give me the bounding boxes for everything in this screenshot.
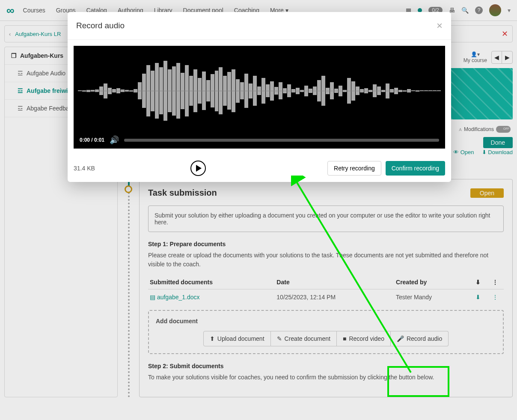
- confirm-recording-button[interactable]: Confirm recording: [386, 161, 445, 176]
- retry-recording-button[interactable]: Retry recording: [327, 161, 381, 176]
- record-audio-modal: Record audio × 0:00 / 0:01 🔊 31.4 KB Ret…: [68, 12, 451, 182]
- play-icon: [196, 165, 202, 172]
- file-size: 31.4 KB: [74, 165, 95, 172]
- modal-title: Record audio: [76, 21, 125, 30]
- volume-icon[interactable]: 🔊: [110, 135, 119, 145]
- audio-progress-bar[interactable]: [124, 139, 439, 142]
- modal-close-icon[interactable]: ×: [437, 20, 443, 32]
- waveform-display: 0:00 / 0:01 🔊: [74, 46, 445, 149]
- play-button[interactable]: [190, 161, 206, 176]
- audio-time: 0:00 / 0:01: [80, 137, 104, 143]
